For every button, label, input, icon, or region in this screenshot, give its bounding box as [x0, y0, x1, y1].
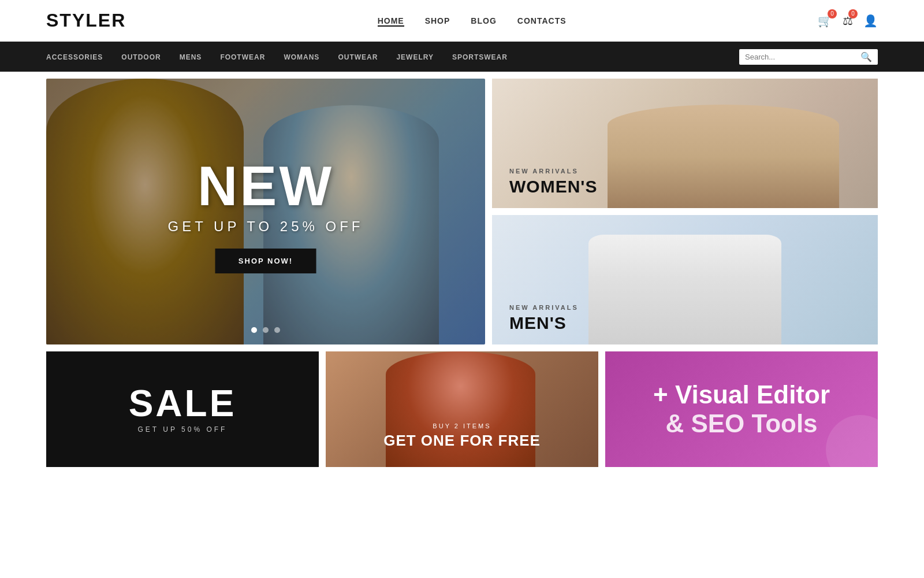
- user-icon: 👤: [863, 14, 878, 27]
- cart-icon-wrap[interactable]: 🛒 0: [818, 14, 832, 28]
- nav-home[interactable]: HOME: [378, 16, 404, 26]
- promo-line2: & SEO Tools: [665, 409, 817, 438]
- nav-shop[interactable]: SHOP: [425, 16, 450, 26]
- hero-slider[interactable]: NEW GET UP TO 25% OFF SHOP NOW!: [46, 79, 485, 344]
- nav-blog[interactable]: BLOG: [471, 16, 496, 26]
- hero-subtitle: GET UP TO 25% OFF: [168, 218, 364, 235]
- promo-banner[interactable]: + Visual Editor & SEO Tools: [605, 351, 878, 467]
- cat-mens[interactable]: MENS: [180, 51, 202, 62]
- sale-banner[interactable]: SALE GET UP 50% OFF: [46, 351, 319, 467]
- cat-accessories[interactable]: ACCESSORIES: [46, 51, 103, 62]
- user-icon-wrap[interactable]: 👤: [863, 14, 878, 28]
- search-icon[interactable]: 🔍: [860, 51, 872, 62]
- main-menu: HOME SHOP BLOG CONTACTS: [378, 16, 567, 26]
- buy2-banner[interactable]: BUY 2 ITEMS GET ONE FOR FREE: [326, 351, 598, 467]
- hero-dots: [251, 327, 280, 333]
- top-icons: 🛒 0 ⚖ 0 👤: [818, 14, 878, 28]
- women-panel-title: WOMEN'S: [509, 177, 597, 196]
- promo-line1: Visual Editor: [675, 380, 830, 409]
- search-box[interactable]: 🔍: [739, 49, 878, 65]
- hero-tag: NEW: [168, 158, 364, 214]
- men-panel-label: NEW ARRIVALS: [509, 304, 860, 311]
- compare-icon-wrap[interactable]: ⚖ 0: [843, 14, 853, 28]
- hero-text: NEW GET UP TO 25% OFF SHOP NOW!: [168, 158, 364, 273]
- bottom-banners: SALE GET UP 50% OFF BUY 2 ITEMS GET ONE …: [0, 351, 924, 474]
- sale-subtitle: GET UP 50% OFF: [138, 425, 228, 433]
- sale-title: SALE: [129, 385, 237, 422]
- men-panel-title: MEN'S: [509, 313, 567, 332]
- buy2-label: BUY 2 ITEMS: [383, 423, 541, 429]
- category-menu: ACCESSORIES OUTDOOR MENS FOOTWEAR WOMANS…: [46, 51, 508, 62]
- nav-contacts[interactable]: CONTACTS: [517, 16, 567, 26]
- search-input[interactable]: [745, 53, 860, 61]
- buy2-text: BUY 2 ITEMS GET ONE FOR FREE: [383, 423, 541, 450]
- right-panels: NEW ARRIVALS WOMEN'S NEW ARRIVALS MEN'S: [492, 79, 878, 344]
- promo-corner-decoration: [826, 415, 878, 467]
- cat-sportswear[interactable]: SPORTSWEAR: [452, 51, 508, 62]
- buy2-title: GET ONE FOR FREE: [383, 432, 541, 449]
- nav-contacts-link[interactable]: CONTACTS: [517, 16, 567, 25]
- category-nav: ACCESSORIES OUTDOOR MENS FOOTWEAR WOMANS…: [0, 42, 924, 72]
- nav-home-link[interactable]: HOME: [378, 16, 404, 27]
- hero-cta-button[interactable]: SHOP NOW!: [215, 249, 316, 273]
- compare-badge: 0: [848, 9, 858, 18]
- women-panel-label: NEW ARRIVALS: [509, 168, 860, 175]
- top-nav: STYLER HOME SHOP BLOG CONTACTS 🛒 0 ⚖ 0 👤: [0, 0, 924, 42]
- hero-dot-3[interactable]: [274, 327, 280, 333]
- men-panel[interactable]: NEW ARRIVALS MEN'S: [492, 215, 878, 344]
- main-content: NEW GET UP TO 25% OFF SHOP NOW! NEW ARRI…: [0, 72, 924, 351]
- cat-outdoor[interactable]: OUTDOOR: [121, 51, 161, 62]
- cat-footwear[interactable]: FOOTWEAR: [220, 51, 265, 62]
- women-panel-text: NEW ARRIVALS WOMEN'S: [492, 156, 878, 208]
- cat-womans[interactable]: WOMANS: [284, 51, 319, 62]
- hero-dot-1[interactable]: [251, 327, 257, 333]
- cart-badge: 0: [828, 9, 837, 18]
- promo-text: + Visual Editor & SEO Tools: [653, 380, 830, 438]
- men-panel-text: NEW ARRIVALS MEN'S: [492, 292, 878, 344]
- cat-outwear[interactable]: OUTWEAR: [338, 51, 378, 62]
- hero-dot-2[interactable]: [263, 327, 269, 333]
- nav-shop-link[interactable]: SHOP: [425, 16, 450, 25]
- women-panel[interactable]: NEW ARRIVALS WOMEN'S: [492, 79, 878, 208]
- nav-blog-link[interactable]: BLOG: [471, 16, 496, 25]
- logo[interactable]: STYLER: [46, 10, 126, 31]
- redhead-figure: [386, 351, 536, 467]
- cat-jewelry[interactable]: JEWELRY: [396, 51, 434, 62]
